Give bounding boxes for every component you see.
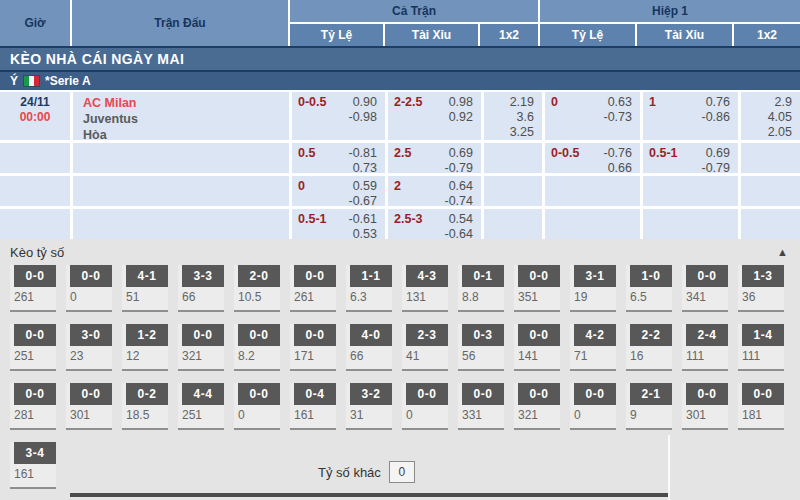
score-button[interactable]: 4-3 (406, 265, 448, 287)
score-cell[interactable]: 0-0141 (514, 324, 560, 371)
score-button[interactable]: 3-1 (574, 265, 616, 287)
half-overunder-cell[interactable] (643, 209, 738, 239)
score-button[interactable]: 0-0 (574, 383, 616, 405)
full-handicap-cell[interactable]: 00.59-0.67 (292, 176, 385, 206)
score-button[interactable]: 0-0 (462, 383, 504, 405)
score-cell[interactable]: 0-0321 (514, 383, 560, 430)
score-button[interactable]: 1-3 (742, 265, 784, 287)
half-overunder-cell[interactable]: 10.76-0.86 (643, 92, 738, 140)
full-1x2-cell[interactable] (484, 209, 542, 239)
score-cell[interactable]: 2-341 (402, 324, 448, 371)
score-button[interactable]: 3-0 (70, 324, 112, 346)
full-overunder-cell[interactable]: 2.5-30.54-0.64 (388, 209, 481, 239)
score-cell[interactable]: 0-08.2 (234, 324, 280, 371)
score-cell[interactable]: 2-19 (626, 383, 672, 430)
score-button[interactable]: 0-0 (14, 383, 56, 405)
score-cell[interactable]: 0-0301 (682, 383, 728, 430)
half-handicap-cell[interactable]: 00.63-0.73 (545, 92, 640, 140)
score-cell[interactable]: 0-218.5 (122, 383, 168, 430)
full-overunder-cell[interactable]: 20.64-0.74 (388, 176, 481, 206)
score-button[interactable]: 0-0 (294, 265, 336, 287)
score-cell[interactable]: 0-0181 (738, 383, 784, 430)
score-button[interactable]: 0-0 (238, 383, 280, 405)
score-button[interactable]: 4-2 (574, 324, 616, 346)
score-cell[interactable]: 0-00 (570, 383, 616, 430)
score-cell[interactable]: 0-0321 (178, 324, 224, 371)
score-button[interactable]: 0-0 (70, 265, 112, 287)
score-button[interactable]: 4-0 (350, 324, 392, 346)
score-button[interactable]: 0-0 (14, 324, 56, 346)
other-score-value[interactable]: 0 (389, 461, 415, 483)
score-cell[interactable]: 1-06.5 (626, 265, 672, 312)
score-button[interactable]: 0-0 (518, 265, 560, 287)
score-button[interactable]: 0-0 (518, 324, 560, 346)
score-button[interactable]: 0-0 (686, 383, 728, 405)
half-1x2-cell[interactable] (741, 209, 800, 239)
score-cell[interactable]: 3-231 (346, 383, 392, 430)
league-row[interactable]: Ý *Serie A (0, 72, 800, 90)
full-handicap-cell[interactable]: 0.5-1-0.610.53 (292, 209, 385, 239)
score-cell[interactable]: 0-0341 (682, 265, 728, 312)
score-button[interactable]: 4-4 (182, 383, 224, 405)
score-cell[interactable]: 0-0331 (458, 383, 504, 430)
collapse-arrow-icon[interactable]: ▲ (777, 247, 788, 258)
score-button[interactable]: 0-0 (294, 324, 336, 346)
score-cell[interactable]: 0-0301 (66, 383, 112, 430)
half-1x2-cell[interactable]: 2.94.052.05 (741, 92, 800, 140)
half-overunder-cell[interactable]: 0.5-10.69-0.79 (643, 143, 738, 173)
full-overunder-cell[interactable]: 2-2.50.980.92 (388, 92, 481, 140)
full-1x2-cell[interactable] (484, 143, 542, 173)
score-cell[interactable]: 4-066 (346, 324, 392, 371)
score-button[interactable]: 2-3 (406, 324, 448, 346)
score-cell[interactable]: 3-119 (570, 265, 616, 312)
score-cell[interactable]: 2-216 (626, 324, 672, 371)
full-1x2-cell[interactable] (484, 176, 542, 206)
score-button[interactable]: 0-3 (462, 324, 504, 346)
score-button[interactable]: 0-0 (518, 383, 560, 405)
score-cell[interactable]: 4-271 (570, 324, 616, 371)
score-button[interactable]: 4-1 (126, 265, 168, 287)
score-cell[interactable]: 0-0281 (10, 383, 56, 430)
full-handicap-cell[interactable]: 0-0.50.90-0.98 (292, 92, 385, 140)
horizontal-scrollbar[interactable] (70, 493, 668, 497)
full-overunder-cell[interactable]: 2.50.69-0.79 (388, 143, 481, 173)
score-cell[interactable]: 1-336 (738, 265, 784, 312)
score-button[interactable]: 3-2 (350, 383, 392, 405)
half-handicap-cell[interactable]: 0-0.5-0.760.66 (545, 143, 640, 173)
score-cell[interactable]: 0-00 (66, 265, 112, 312)
score-cell[interactable]: 0-00 (234, 383, 280, 430)
score-button[interactable]: 0-1 (462, 265, 504, 287)
score-button[interactable]: 2-0 (238, 265, 280, 287)
score-cell[interactable]: 3-4161 (10, 442, 56, 489)
score-cell[interactable]: 1-212 (122, 324, 168, 371)
score-cell[interactable]: 0-0351 (514, 265, 560, 312)
score-button[interactable]: 3-3 (182, 265, 224, 287)
score-button[interactable]: 0-0 (406, 383, 448, 405)
score-button[interactable]: 1-0 (630, 265, 672, 287)
score-cell[interactable]: 2-4111 (682, 324, 728, 371)
score-button[interactable]: 2-4 (686, 324, 728, 346)
score-cell[interactable]: 1-16.3 (346, 265, 392, 312)
score-button[interactable]: 0-0 (14, 265, 56, 287)
half-handicap-cell[interactable] (545, 176, 640, 206)
full-1x2-cell[interactable]: 2.193.63.25 (484, 92, 542, 140)
score-cell[interactable]: 3-366 (178, 265, 224, 312)
score-cell[interactable]: 0-0261 (290, 265, 336, 312)
half-1x2-cell[interactable] (741, 176, 800, 206)
score-cell[interactable]: 4-3131 (402, 265, 448, 312)
score-cell[interactable]: 0-18.8 (458, 265, 504, 312)
score-button[interactable]: 0-0 (70, 383, 112, 405)
score-cell[interactable]: 4-4251 (178, 383, 224, 430)
score-button[interactable]: 0-0 (742, 383, 784, 405)
half-overunder-cell[interactable] (643, 176, 738, 206)
score-button[interactable]: 2-2 (630, 324, 672, 346)
score-button[interactable]: 0-2 (126, 383, 168, 405)
score-cell[interactable]: 2-010.5 (234, 265, 280, 312)
score-cell[interactable]: 0-356 (458, 324, 504, 371)
score-cell[interactable]: 1-4111 (738, 324, 784, 371)
score-cell[interactable]: 0-00 (402, 383, 448, 430)
score-button[interactable]: 0-0 (182, 324, 224, 346)
half-1x2-cell[interactable] (741, 143, 800, 173)
half-handicap-cell[interactable] (545, 209, 640, 239)
score-button[interactable]: 3-4 (14, 442, 56, 464)
